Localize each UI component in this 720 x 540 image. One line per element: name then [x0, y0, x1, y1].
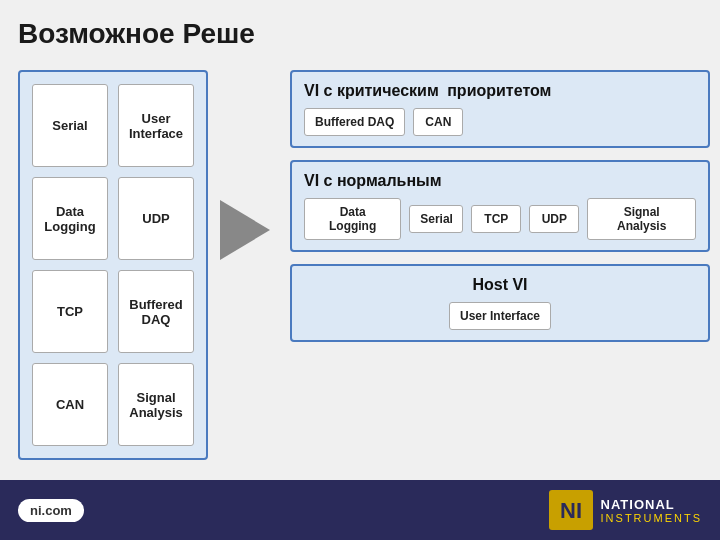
- svg-text:NI: NI: [560, 498, 582, 523]
- list-item: Data Logging: [304, 198, 401, 240]
- list-item: Buffered DAQ: [118, 270, 194, 353]
- arrow-icon: [215, 200, 275, 260]
- page-title: Возможное Реше: [18, 18, 255, 50]
- normal-panel-title: VI с нормальным: [304, 172, 696, 190]
- host-panel-title: Host VI: [304, 276, 696, 294]
- list-item: UDP: [529, 205, 579, 233]
- list-item: TCP: [32, 270, 108, 353]
- critical-priority-panel: VI с критическим приоритетом Buffered DA…: [290, 70, 710, 148]
- right-arrow: [220, 200, 270, 260]
- host-items-row: User Interface: [304, 302, 696, 330]
- list-item: Signal Analysis: [118, 363, 194, 446]
- host-vi-panel: Host VI User Interface: [290, 264, 710, 342]
- logo-national: NATIONAL: [601, 497, 675, 512]
- list-item: User Interface: [118, 84, 194, 167]
- list-item: TCP: [471, 205, 521, 233]
- list-item: User Interface: [449, 302, 551, 330]
- critical-panel-title: VI с критическим приоритетом: [304, 82, 696, 100]
- normal-items-row: Data Logging Serial TCP UDP Signal Analy…: [304, 198, 696, 240]
- logo-instruments: INSTRUMENTS: [601, 512, 702, 524]
- right-panels: VI с критическим приоритетом Buffered DA…: [290, 70, 710, 342]
- ni-logo: NI NATIONAL INSTRUMENTS: [549, 490, 702, 530]
- normal-priority-panel: VI с нормальным Data Logging Serial TCP …: [290, 160, 710, 252]
- ni-com-badge: ni.com: [18, 499, 84, 522]
- main-area: Возможное Реше Serial User Interface Dat…: [0, 0, 720, 480]
- ni-logo-mark: NI: [549, 490, 593, 530]
- list-item: Signal Analysis: [587, 198, 696, 240]
- list-item: Data Logging: [32, 177, 108, 260]
- list-item: Buffered DAQ: [304, 108, 405, 136]
- list-item: CAN: [413, 108, 463, 136]
- critical-items-row: Buffered DAQ CAN: [304, 108, 696, 136]
- list-item: UDP: [118, 177, 194, 260]
- list-item: Serial: [32, 84, 108, 167]
- list-item: CAN: [32, 363, 108, 446]
- list-item: Serial: [409, 205, 463, 233]
- page: Возможное Реше Serial User Interface Dat…: [0, 0, 720, 540]
- footer-bar: ni.com NI NATIONAL INSTRUMENTS: [0, 480, 720, 540]
- ni-logo-text: NATIONAL INSTRUMENTS: [601, 497, 702, 524]
- left-panel: Serial User Interface Data Logging UDP T…: [18, 70, 208, 460]
